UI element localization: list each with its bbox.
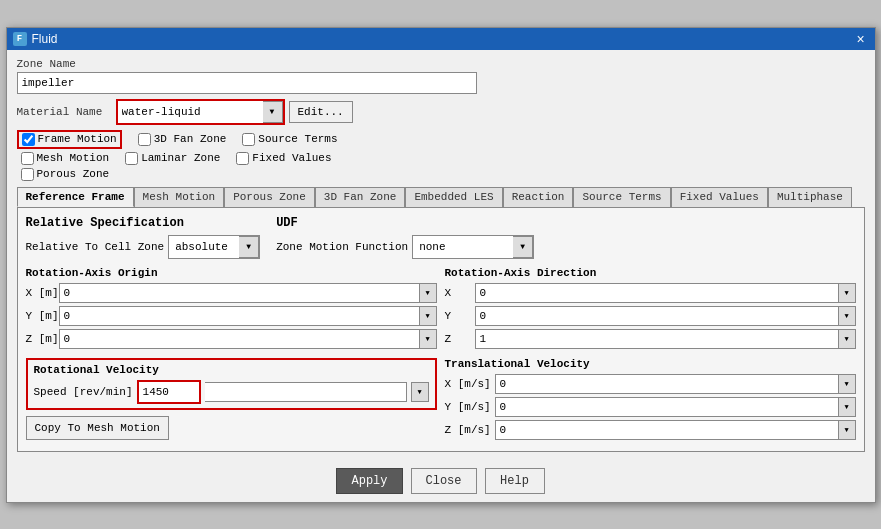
frame-motion-checkbox-item[interactable]: Frame Motion xyxy=(22,133,117,146)
origin-y-dropdown[interactable]: ▼ xyxy=(419,306,437,326)
fixed-values-checkbox-item[interactable]: Fixed Values xyxy=(236,152,331,165)
speed-input-box xyxy=(137,380,201,404)
zone-name-label: Zone Name xyxy=(17,58,865,70)
direction-y-dropdown[interactable]: ▼ xyxy=(838,306,856,326)
spec-udf-row: Relative Specification Relative To Cell … xyxy=(26,216,856,259)
origin-y-label: Y [m] xyxy=(26,310,59,322)
velocity-columns: Rotational Velocity Speed [rev/min] ▼ Co… xyxy=(26,358,856,443)
app-icon: F xyxy=(13,32,27,46)
material-name-input[interactable] xyxy=(118,101,263,123)
mesh-motion-label: Mesh Motion xyxy=(37,152,110,164)
trans-x-input[interactable] xyxy=(495,374,838,394)
title-bar: F Fluid × xyxy=(7,28,875,50)
close-window-button[interactable]: × xyxy=(853,31,869,47)
tab-source-terms[interactable]: Source Terms xyxy=(573,187,670,207)
fixed-values-checkbox[interactable] xyxy=(236,152,249,165)
direction-x-input[interactable] xyxy=(475,283,838,303)
tab-reaction[interactable]: Reaction xyxy=(503,187,574,207)
direction-x-row: X ▼ xyxy=(445,283,856,303)
tabs-container: Reference Frame Mesh Motion Porous Zone … xyxy=(17,187,865,208)
direction-x-label: X xyxy=(445,287,475,299)
fluid-dialog: F Fluid × Zone Name Material Name ▼ Edit… xyxy=(6,27,876,503)
direction-y-label: Y xyxy=(445,310,475,322)
relative-spec-select-box: absolute ▼ xyxy=(168,235,260,259)
speed-dropdown[interactable]: ▼ xyxy=(411,382,429,402)
laminar-zone-label: Laminar Zone xyxy=(141,152,220,164)
checkbox-row-3: Porous Zone xyxy=(17,168,865,181)
bottom-buttons: Apply Close Help xyxy=(7,460,875,502)
origin-z-dropdown[interactable]: ▼ xyxy=(419,329,437,349)
origin-z-row: Z [m] ▼ xyxy=(26,329,437,349)
porous-zone-checkbox[interactable] xyxy=(21,168,34,181)
material-dropdown-arrow[interactable]: ▼ xyxy=(263,101,283,123)
trans-z-row: Z [m/s] ▼ xyxy=(445,420,856,440)
fan-zone-checkbox-item[interactable]: 3D Fan Zone xyxy=(138,133,227,146)
trans-y-input[interactable] xyxy=(495,397,838,417)
tab-reference-frame[interactable]: Reference Frame xyxy=(17,187,134,207)
translational-velocity-group: Translational Velocity X [m/s] ▼ Y [m/s]… xyxy=(445,358,856,443)
speed-row: Speed [rev/min] ▼ xyxy=(34,380,429,404)
checkbox-row-1: Frame Motion 3D Fan Zone Source Terms xyxy=(17,130,865,149)
source-terms-checkbox-item[interactable]: Source Terms xyxy=(242,133,337,146)
speed-input-rest xyxy=(205,382,407,402)
rotational-velocity-title: Rotational Velocity xyxy=(34,364,429,376)
direction-x-dropdown[interactable]: ▼ xyxy=(838,283,856,303)
zone-name-input[interactable] xyxy=(17,72,477,94)
trans-x-dropdown[interactable]: ▼ xyxy=(838,374,856,394)
relative-spec-dropdown-arrow[interactable]: ▼ xyxy=(239,236,259,258)
frame-motion-box: Frame Motion xyxy=(17,130,122,149)
laminar-zone-checkbox-item[interactable]: Laminar Zone xyxy=(125,152,220,165)
laminar-zone-checkbox[interactable] xyxy=(125,152,138,165)
relative-to-label: Relative To Cell Zone xyxy=(26,241,165,253)
porous-zone-label: Porous Zone xyxy=(37,168,110,180)
udf-title: UDF xyxy=(276,216,534,230)
fixed-values-label: Fixed Values xyxy=(252,152,331,164)
direction-z-input[interactable] xyxy=(475,329,838,349)
udf-func-row: Zone Motion Function none ▼ xyxy=(276,235,534,259)
help-button[interactable]: Help xyxy=(485,468,545,494)
frame-motion-checkbox[interactable] xyxy=(22,133,35,146)
trans-y-dropdown[interactable]: ▼ xyxy=(838,397,856,417)
direction-z-row: Z ▼ xyxy=(445,329,856,349)
rotation-axis-origin: Rotation-Axis Origin X [m] ▼ Y [m] ▼ Z [… xyxy=(26,267,437,352)
trans-z-dropdown[interactable]: ▼ xyxy=(838,420,856,440)
rotational-velocity-box: Rotational Velocity Speed [rev/min] ▼ xyxy=(26,358,437,410)
trans-z-input[interactable] xyxy=(495,420,838,440)
fan-zone-checkbox[interactable] xyxy=(138,133,151,146)
udf-select-value: none xyxy=(413,239,513,255)
direction-y-input[interactable] xyxy=(475,306,838,326)
frame-motion-label: Frame Motion xyxy=(38,133,117,145)
origin-x-dropdown[interactable]: ▼ xyxy=(419,283,437,303)
tab-embedded-les[interactable]: Embedded LES xyxy=(405,187,502,207)
material-input-box: ▼ xyxy=(116,99,285,125)
origin-y-input[interactable] xyxy=(59,306,419,326)
mesh-motion-checkbox[interactable] xyxy=(21,152,34,165)
source-terms-checkbox[interactable] xyxy=(242,133,255,146)
porous-zone-checkbox-item[interactable]: Porous Zone xyxy=(21,168,110,181)
rotation-direction-title: Rotation-Axis Direction xyxy=(445,267,856,279)
direction-z-dropdown[interactable]: ▼ xyxy=(838,329,856,349)
tab-multiphase[interactable]: Multiphase xyxy=(768,187,852,207)
zone-name-row: Zone Name xyxy=(17,58,865,94)
udf-dropdown-arrow[interactable]: ▼ xyxy=(513,236,533,258)
tab-bar: Reference Frame Mesh Motion Porous Zone … xyxy=(17,187,865,207)
origin-x-input[interactable] xyxy=(59,283,419,303)
copy-to-mesh-motion-button[interactable]: Copy To Mesh Motion xyxy=(26,416,169,440)
apply-button[interactable]: Apply xyxy=(336,468,402,494)
speed-input[interactable] xyxy=(139,382,199,402)
relative-spec-title: Relative Specification xyxy=(26,216,261,230)
direction-z-label: Z xyxy=(445,333,475,345)
tab-fixed-values[interactable]: Fixed Values xyxy=(671,187,768,207)
tab-porous-zone[interactable]: Porous Zone xyxy=(224,187,315,207)
origin-z-label: Z [m] xyxy=(26,333,59,345)
origin-y-row: Y [m] ▼ xyxy=(26,306,437,326)
rotation-origin-title: Rotation-Axis Origin xyxy=(26,267,437,279)
tab-mesh-motion[interactable]: Mesh Motion xyxy=(134,187,225,207)
speed-label: Speed [rev/min] xyxy=(34,386,133,398)
close-button[interactable]: Close xyxy=(411,468,477,494)
material-edit-button[interactable]: Edit... xyxy=(289,101,353,123)
mesh-motion-checkbox-item[interactable]: Mesh Motion xyxy=(21,152,110,165)
tab-3d-fan-zone[interactable]: 3D Fan Zone xyxy=(315,187,406,207)
trans-y-row: Y [m/s] ▼ xyxy=(445,397,856,417)
origin-z-input[interactable] xyxy=(59,329,419,349)
